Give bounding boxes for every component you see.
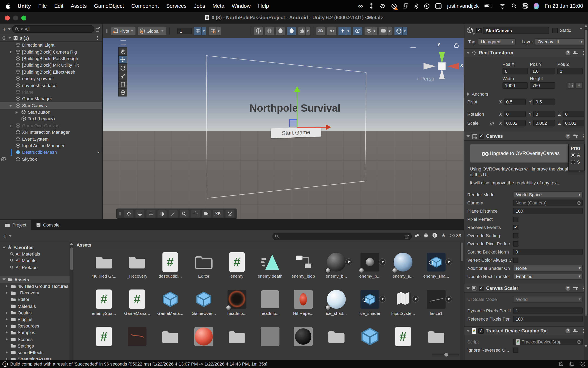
play-circle-icon[interactable] <box>424 3 429 9</box>
scale-tool-button[interactable] <box>118 72 127 80</box>
rotation-x-field[interactable]: 0 <box>504 111 526 117</box>
overlay-paint-button[interactable] <box>168 210 177 217</box>
anchors-row[interactable]: Anchors <box>464 90 588 98</box>
lock-icon[interactable] <box>454 43 459 48</box>
expand-subassets-icon[interactable] <box>445 296 452 303</box>
scale-z-field[interactable]: 0.002 <box>563 120 585 126</box>
open-in-window-icon[interactable] <box>95 26 101 32</box>
presets-icon[interactable] <box>573 329 578 333</box>
tree-folder-resources[interactable]: Resources <box>0 323 70 329</box>
hierarchy-item-plane[interactable]: Plane <box>0 89 102 95</box>
menu-jobs[interactable]: Jobs <box>194 3 205 9</box>
help-icon[interactable]: ? <box>566 50 570 55</box>
2d-toggle-button[interactable]: 2D <box>316 26 325 35</box>
collapse-icon[interactable] <box>466 52 470 54</box>
popup-option-a[interactable]: A <box>571 153 584 157</box>
overlay-drag-handle[interactable]: ‖ <box>119 211 121 216</box>
expand-subassets-icon[interactable] <box>412 296 419 303</box>
width-field[interactable]: 1000 <box>503 82 528 89</box>
hierarchy-item-text-legacy[interactable]: Text (Legacy) <box>0 116 102 122</box>
expand-subassets-icon[interactable] <box>445 258 452 265</box>
asset-gameover[interactable]: GameOver... <box>188 289 219 316</box>
static-checkbox[interactable] <box>552 28 558 33</box>
menu-unity[interactable]: Unity <box>18 3 31 9</box>
expand-subassets-icon[interactable] <box>345 258 352 265</box>
battery-icon[interactable] <box>484 3 493 9</box>
shading-shaded-button[interactable] <box>287 26 296 35</box>
tasks-complete-icon[interactable] <box>580 361 586 367</box>
update-rect-transfor-control[interactable]: Enabled <box>513 273 583 280</box>
rect-transform-header[interactable]: Rect Transform ? ⋮ <box>464 48 588 57</box>
open-in-window-icon[interactable] <box>405 234 409 239</box>
asset-enemy-b[interactable]: enemy_b... <box>354 251 385 278</box>
filter-by-label-icon[interactable] <box>424 233 428 238</box>
tree-assets-root[interactable]: Assets <box>0 276 70 283</box>
menu-window[interactable]: Window <box>232 3 251 9</box>
help-icon[interactable]: ? <box>566 134 570 139</box>
tree-favorite-all-materials[interactable]: All Materials <box>0 251 70 257</box>
asset-recovery[interactable]: _Recovery <box>122 251 153 278</box>
sync-arrows-icon[interactable] <box>369 3 373 9</box>
status-bar[interactable]: ! Build completed with a result of 'Succ… <box>0 360 588 368</box>
pixel-perfect-control[interactable] <box>513 217 518 222</box>
asset-lance1[interactable]: lance1 <box>421 289 452 316</box>
control-center-icon[interactable] <box>522 3 528 9</box>
tab-console[interactable]: Console <box>31 220 65 230</box>
tree-folder-recovery[interactable]: _Recovery <box>0 289 70 296</box>
grid-scrollbar[interactable] <box>460 242 464 360</box>
plane-distance-control[interactable]: 100 <box>513 208 583 214</box>
asset-ice-shader[interactable]: ice_shader <box>354 289 385 316</box>
presets-icon[interactable] <box>573 51 578 55</box>
shading-solid-button[interactable] <box>276 26 285 35</box>
hierarchy-item-startcanvas[interactable]: StartCanvas <box>0 102 102 109</box>
hierarchy-item-buildingblock-effectmesh[interactable]: [BuildingBlock] EffectMesh <box>0 68 102 75</box>
asset-ice-shad[interactable]: ice_shad... <box>321 289 352 316</box>
tree-favorite-all-models[interactable]: All Models <box>0 258 70 264</box>
help-icon[interactable]: ? <box>566 286 570 291</box>
asset-enemy-s[interactable]: enemy_s... <box>388 251 419 278</box>
asset-item-2-9[interactable]: # <box>388 326 419 347</box>
asset-item-2-1[interactable] <box>122 326 153 347</box>
pos-x-field[interactable]: 0 <box>503 68 528 74</box>
asset-heatimp[interactable]: heatImp... <box>221 289 252 316</box>
asset-inputsyste[interactable]: InputSyste... <box>388 289 419 316</box>
project-add-dropdown-icon[interactable] <box>9 235 12 237</box>
scene-visibility-column-icon[interactable] <box>2 36 7 40</box>
search-filter-dropdown-icon[interactable] <box>21 28 23 30</box>
hierarchy-item-gameovercanvas[interactable]: GameOverCanvas <box>0 122 102 129</box>
tool-handle-pivot-dropdown[interactable]: Pivot <box>111 26 136 35</box>
hierarchy-item-navmesh-surface[interactable]: navmesh surface <box>0 82 102 89</box>
hierarchy-add-dropdown-icon[interactable] <box>8 28 11 30</box>
grid-snap-size-field[interactable]: 1 <box>177 28 192 34</box>
active-checkbox[interactable] <box>476 28 482 33</box>
script-object-field[interactable]: # TrackedDeviceGrap <box>513 339 583 345</box>
ui-scale-mode-control[interactable]: World <box>513 296 583 303</box>
prefab-open-chevron-icon[interactable]: › <box>97 149 99 155</box>
asset-destructibl[interactable]: #destructibl... <box>155 251 186 278</box>
tree-folder-streamingassets[interactable]: StreamingAssets <box>0 356 70 360</box>
expand-icon[interactable] <box>10 124 12 127</box>
alerts-icon[interactable] <box>432 233 437 238</box>
gameobject-cube-icon[interactable] <box>466 27 473 34</box>
tree-folder-materials[interactable]: Materials <box>0 303 70 309</box>
popup-option-s[interactable]: S <box>571 159 584 164</box>
rotation-z-field[interactable]: 0 <box>563 111 585 117</box>
asset-enemy-blob[interactable]: enemy_blob <box>288 251 319 278</box>
snap-increment-dropdown-icon[interactable] <box>201 26 207 35</box>
override-sorting-control[interactable] <box>513 233 518 238</box>
hierarchy-item-startbutton[interactable]: StartButton <box>0 109 102 116</box>
input-source-icon[interactable]: ⌘ <box>435 3 441 9</box>
grid-visual-dropdown-icon[interactable] <box>216 26 221 35</box>
scene-expander-icon[interactable] <box>8 37 11 39</box>
menu-assets[interactable]: Assets <box>71 3 87 9</box>
asset-item-2-3[interactable] <box>188 326 219 347</box>
asset-item-2-2[interactable] <box>155 326 186 347</box>
scene-header-row[interactable]: 0 (3) ⋮ <box>0 34 102 42</box>
asset-item-2-10[interactable] <box>421 326 452 347</box>
pos-z-field[interactable]: 2 <box>557 68 583 74</box>
presets-icon[interactable] <box>573 134 578 138</box>
screen-mirroring-icon[interactable] <box>402 3 408 9</box>
asset-editor[interactable]: Editor <box>188 251 219 278</box>
gameobject-name-field[interactable]: StartCanvas <box>483 27 549 34</box>
tools-drag-handle[interactable]: ──── <box>118 39 128 46</box>
